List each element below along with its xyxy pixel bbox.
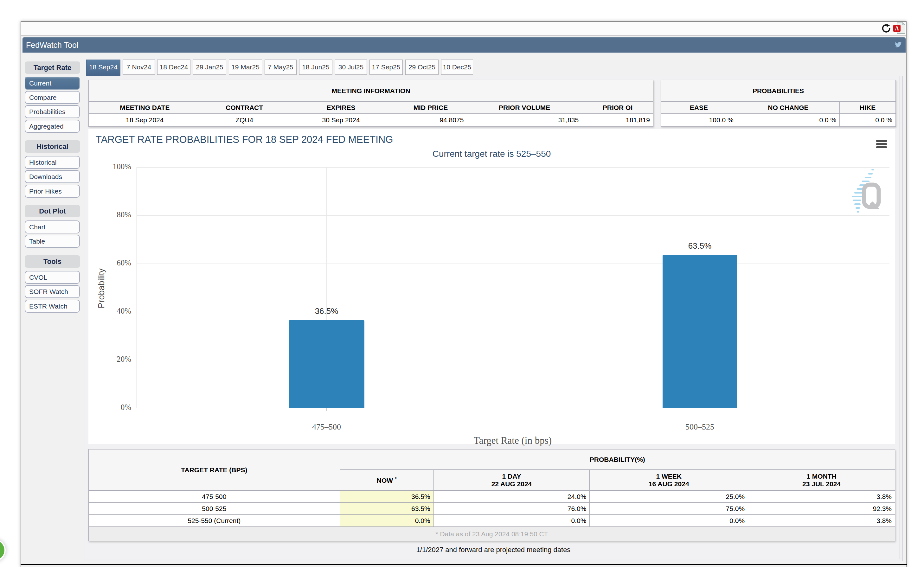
svg-text:A: A: [895, 26, 899, 32]
